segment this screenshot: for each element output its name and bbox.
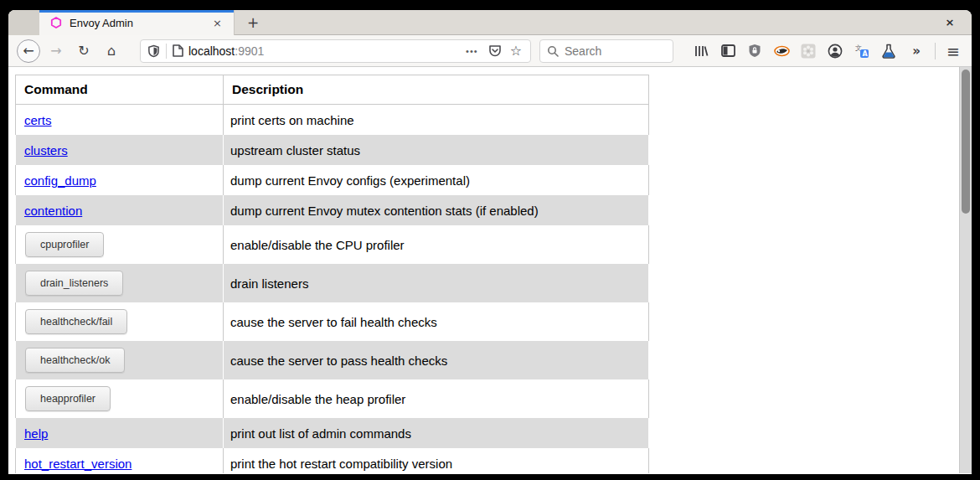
command-link[interactable]: clusters xyxy=(24,143,68,157)
description-cell: enable/disable the heap profiler xyxy=(224,379,649,418)
command-cell: healthcheck/fail xyxy=(15,302,224,341)
toolbar-separator xyxy=(935,43,936,59)
table-row: clustersupstream cluster status xyxy=(15,135,649,165)
tab-title: Envoy Admin xyxy=(70,17,208,29)
flask-icon[interactable] xyxy=(879,42,898,60)
tracking-protection-shield-icon[interactable] xyxy=(147,44,160,58)
description-cell: drain listeners xyxy=(224,264,649,302)
scrollbar-thumb[interactable] xyxy=(962,70,970,214)
command-link[interactable]: help xyxy=(24,426,48,441)
table-row: cpuprofilerenable/disable the CPU profil… xyxy=(15,225,649,264)
search-icon xyxy=(547,45,559,57)
bookmark-star-icon[interactable]: ☆ xyxy=(510,43,522,59)
titlebar-spacer xyxy=(8,10,39,35)
command-cell: config_dump xyxy=(15,165,224,195)
page-actions-dots-icon[interactable]: ••• xyxy=(466,46,478,56)
table-row: healthcheck/failcause the server to fail… xyxy=(15,302,649,341)
command-cell: drain_listeners xyxy=(15,264,224,302)
table-row: heapprofilerenable/disable the heap prof… xyxy=(15,379,649,418)
description-cell: cause the server to pass health checks xyxy=(224,341,649,379)
account-icon[interactable] xyxy=(826,42,844,60)
command-link[interactable]: certs xyxy=(24,113,52,127)
table-row: helpprint out list of admin commands xyxy=(15,418,649,448)
command-cell: cpuprofiler xyxy=(15,225,224,264)
envoy-favicon-icon xyxy=(50,17,62,28)
table-row: healthcheck/okcause the server to pass h… xyxy=(15,341,649,379)
tab-close-icon[interactable]: × xyxy=(208,15,227,31)
menu-hamburger-icon[interactable]: ≡ xyxy=(942,40,964,62)
table-row: drain_listenersdrain listeners xyxy=(15,264,649,302)
vertical-scrollbar[interactable] xyxy=(959,67,972,473)
description-cell: print certs on machine xyxy=(224,105,649,135)
command-cell: healthcheck/ok xyxy=(15,341,224,379)
table-row: hot_restart_versionprint the hot restart… xyxy=(15,448,649,473)
urlbar-separator xyxy=(166,44,167,59)
home-button[interactable]: ⌂ xyxy=(100,39,123,63)
command-table-body: certsprint certs on machineclustersupstr… xyxy=(15,105,649,473)
navigation-toolbar: ← → ↻ ⌂ localhost:9901 ••• ☆ xyxy=(8,35,972,67)
extension-fox-icon[interactable] xyxy=(772,42,791,60)
description-cell: upstream cluster status xyxy=(224,135,649,165)
command-cell: certs xyxy=(15,105,224,135)
extension-flower-disabled-icon[interactable] xyxy=(799,42,818,60)
description-cell: print out list of admin commands xyxy=(224,418,649,448)
tab-bar: Envoy Admin × + × xyxy=(8,10,972,35)
description-cell: enable/disable the CPU profiler xyxy=(224,225,649,264)
command-button[interactable]: heapprofiler xyxy=(25,386,111,411)
command-link[interactable]: hot_restart_version xyxy=(24,457,132,471)
command-cell: contention xyxy=(15,195,224,225)
command-link[interactable]: config_dump xyxy=(24,173,96,188)
command-link[interactable]: contention xyxy=(24,204,82,218)
search-input[interactable] xyxy=(565,44,657,58)
url-bar[interactable]: localhost:9901 ••• ☆ xyxy=(140,39,531,63)
tab-envoy-admin[interactable]: Envoy Admin × xyxy=(39,10,235,35)
page-info-icon[interactable] xyxy=(173,44,183,57)
forward-button[interactable]: → xyxy=(44,39,68,63)
command-button[interactable]: cpuprofiler xyxy=(25,232,104,257)
browser-window: Envoy Admin × + × ← → ↻ ⌂ localhost:9901… xyxy=(8,10,972,474)
url-port: :9901 xyxy=(235,44,264,58)
toolbar-icons: 文A » xyxy=(692,42,933,60)
back-button[interactable]: ← xyxy=(17,39,40,63)
command-cell: hot_restart_version xyxy=(15,448,224,473)
pocket-icon[interactable] xyxy=(488,44,502,58)
description-cell: dump current Envoy mutex contention stat… xyxy=(224,195,649,225)
command-button[interactable]: healthcheck/fail xyxy=(25,309,127,334)
admin-command-table: Command Description certsprint certs on … xyxy=(15,75,649,473)
window-close-icon[interactable]: × xyxy=(940,12,960,34)
command-cell: help xyxy=(15,418,224,448)
description-cell: dump current Envoy configs (experimental… xyxy=(224,165,649,195)
sidebar-toggle-icon[interactable] xyxy=(719,42,737,60)
translate-icon[interactable]: 文A xyxy=(853,42,871,60)
reload-button[interactable]: ↻ xyxy=(72,39,95,63)
description-cell: cause the server to fail health checks xyxy=(224,302,649,341)
command-cell: clusters xyxy=(15,135,224,165)
new-tab-button[interactable]: + xyxy=(241,12,265,34)
page-content: Command Description certsprint certs on … xyxy=(8,67,972,473)
table-row: config_dumpdump current Envoy configs (e… xyxy=(15,165,649,195)
table-row: contentiondump current Envoy mutex conte… xyxy=(15,195,649,225)
overflow-chevrons-icon[interactable]: » xyxy=(906,42,925,60)
url-text: localhost:9901 xyxy=(188,44,264,58)
search-box[interactable] xyxy=(539,39,673,63)
command-button[interactable]: healthcheck/ok xyxy=(25,348,125,373)
shield-lock-icon[interactable] xyxy=(745,42,764,60)
command-cell: heapprofiler xyxy=(15,379,224,418)
description-cell: print the hot restart compatibility vers… xyxy=(224,448,649,473)
svg-text:A: A xyxy=(863,50,869,58)
command-column-header: Command xyxy=(15,75,224,105)
command-button[interactable]: drain_listeners xyxy=(25,271,123,296)
table-header-row: Command Description xyxy=(15,75,649,105)
library-icon[interactable] xyxy=(692,42,710,60)
table-row: certsprint certs on machine xyxy=(15,105,649,135)
description-column-header: Description xyxy=(224,75,649,105)
